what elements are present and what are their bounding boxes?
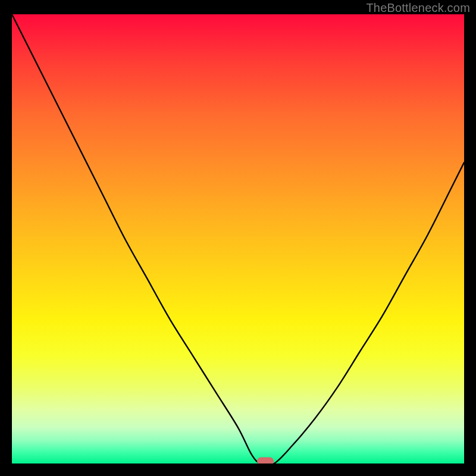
bottleneck-curve [12,14,464,464]
chart-frame: TheBottleneck.com [0,0,476,476]
curve-svg [12,14,464,464]
plot-area [12,14,464,464]
optimal-point-marker [257,458,274,464]
watermark-text: TheBottleneck.com [366,1,470,15]
